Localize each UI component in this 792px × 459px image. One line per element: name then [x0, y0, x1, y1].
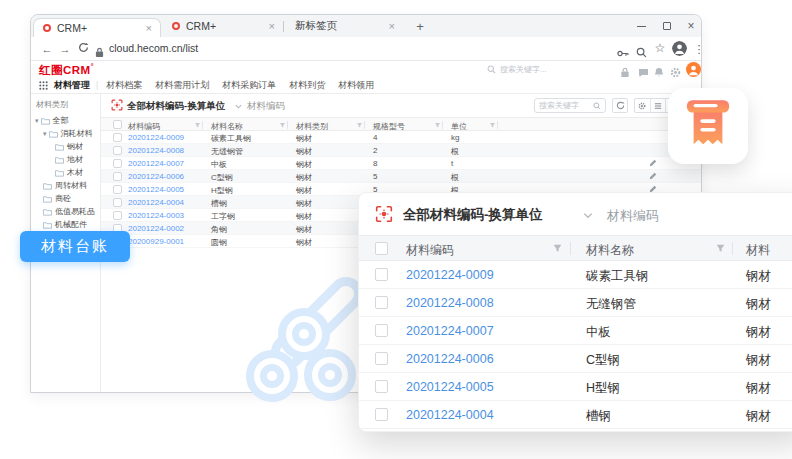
material-code-link[interactable]: 20201224-0003	[128, 211, 184, 220]
filter-funnel-icon[interactable]	[715, 243, 726, 254]
window-minimize-button[interactable]	[629, 15, 653, 37]
material-code-link[interactable]: 20201224-0002	[128, 224, 184, 233]
menu-item[interactable]: 材料档案	[106, 79, 142, 92]
table-row[interactable]: 20201224-0007中板钢材8t	[101, 157, 701, 170]
table-row[interactable]: 20201224-0004槽钢钢材	[359, 401, 792, 429]
tab-close-icon[interactable]: ×	[389, 20, 395, 32]
material-code-link[interactable]: 20201224-0009	[406, 268, 494, 282]
caret-down-icon[interactable]: ▾	[35, 117, 39, 125]
menu-item-active[interactable]: 材料管理	[54, 79, 90, 92]
material-code-link[interactable]: 20201224-0007	[406, 324, 494, 338]
tab-close-icon[interactable]: ×	[269, 20, 275, 32]
refresh-button[interactable]	[612, 98, 628, 113]
row-checkbox[interactable]	[113, 172, 122, 181]
material-code-link[interactable]: 20201224-0004	[406, 408, 494, 422]
window-maximize-button[interactable]	[655, 15, 679, 37]
table-row[interactable]: 20201224-0006C型钢钢材	[359, 345, 792, 373]
row-checkbox[interactable]	[113, 198, 122, 207]
browser-menu-icon[interactable]: ⋮	[691, 41, 707, 57]
view-field[interactable]: 材料编码	[607, 207, 659, 225]
gear-icon[interactable]	[670, 64, 681, 75]
tree-item[interactable]: 木材	[31, 166, 100, 179]
key-icon[interactable]	[617, 44, 629, 54]
select-all-checkbox[interactable]	[375, 242, 388, 255]
tree-item[interactable]: 商砼	[31, 192, 100, 205]
view-title[interactable]: 全部材料编码-换算单位	[127, 100, 225, 113]
row-checkbox[interactable]	[375, 380, 388, 393]
material-code-link[interactable]: 20201224-0006	[128, 172, 184, 181]
filter-funnel-icon[interactable]	[552, 243, 563, 254]
tree-item[interactable]: ▾消耗材料	[31, 127, 100, 140]
table-row[interactable]: 20201224-0008无缝钢管钢材	[359, 289, 792, 317]
table-row[interactable]: 20201224-0007中板钢材	[359, 317, 792, 345]
global-search[interactable]: 搜索关键字...	[487, 64, 547, 75]
filter-funnel-icon[interactable]	[279, 122, 286, 129]
row-checkbox[interactable]	[375, 324, 388, 337]
forward-icon[interactable]: →	[57, 41, 73, 57]
material-code-link[interactable]: 20201224-0007	[128, 159, 184, 168]
material-code-link[interactable]: 20201224-0008	[406, 296, 494, 310]
chevron-down-icon[interactable]	[235, 104, 242, 109]
tree-item[interactable]: 低值易耗品	[31, 205, 100, 218]
window-close-button[interactable]: ×	[679, 15, 703, 37]
material-code-link[interactable]: 20200929-0001	[128, 237, 184, 246]
bookmark-star-icon[interactable]: ☆	[652, 40, 668, 56]
row-checkbox[interactable]	[113, 146, 122, 155]
row-checkbox[interactable]	[113, 159, 122, 168]
bell-icon[interactable]	[654, 64, 665, 75]
menu-item[interactable]: 材料采购订单	[222, 79, 276, 92]
settings-button[interactable]	[635, 99, 651, 112]
tree-item[interactable]: 地材	[31, 153, 100, 166]
row-checkbox[interactable]	[113, 211, 122, 220]
filter-funnel-icon[interactable]	[356, 122, 363, 129]
columns-button[interactable]	[651, 99, 667, 112]
material-code-link[interactable]: 20201224-0005	[128, 185, 184, 194]
table-row[interactable]: 20201224-0008无缝钢管钢材2根	[101, 144, 701, 157]
zoom-icon[interactable]	[636, 44, 648, 54]
material-code-link[interactable]: 20201224-0004	[128, 198, 184, 207]
tab-close-icon[interactable]: ×	[146, 22, 152, 34]
filter-funnel-icon[interactable]	[194, 122, 201, 129]
table-row[interactable]: 20201224-0005H型钢钢材	[359, 373, 792, 401]
edit-pencil-icon[interactable]	[649, 172, 657, 180]
view-field[interactable]: 材料编码	[247, 100, 285, 113]
material-code-link[interactable]: 20201224-0005	[406, 380, 494, 394]
lock-icon[interactable]	[620, 64, 631, 75]
chevron-down-icon[interactable]	[583, 212, 593, 219]
caret-down-icon[interactable]: ▾	[43, 130, 47, 138]
table-search-input[interactable]: 搜索关键字	[534, 98, 606, 113]
select-all-checkbox[interactable]	[113, 120, 122, 129]
tab-crm-2[interactable]: CRM+ ×	[163, 15, 283, 37]
edit-pencil-icon[interactable]	[649, 159, 657, 167]
row-checkbox[interactable]	[113, 133, 122, 142]
new-tab-button[interactable]: +	[411, 18, 429, 36]
menu-item[interactable]: 材料到货	[289, 79, 325, 92]
tree-item[interactable]: 机械配件	[31, 218, 100, 231]
filter-funnel-icon[interactable]	[434, 122, 441, 129]
tab-new-page[interactable]: 新标签页 ×	[285, 15, 403, 37]
menu-item[interactable]: 材料需用计划	[155, 79, 209, 92]
view-title[interactable]: 全部材料编码-换算单位	[403, 206, 543, 224]
material-code-link[interactable]: 20201224-0008	[128, 146, 184, 155]
back-icon[interactable]: ←	[39, 41, 55, 57]
material-code-link[interactable]: 20201224-0006	[406, 352, 494, 366]
material-code-link[interactable]: 20201224-0009	[128, 133, 184, 142]
url-field[interactable]: cloud.hecom.cn/list	[109, 42, 198, 54]
apps-grid-icon[interactable]	[39, 81, 48, 90]
table-row[interactable]: 20201224-0006C型钢钢材5根	[101, 170, 701, 183]
table-row[interactable]: 20201224-0009碳素工具钢钢材4kg	[101, 131, 701, 144]
tab-crm-active[interactable]: CRM+ ×	[33, 18, 161, 37]
filter-funnel-icon[interactable]	[489, 122, 496, 129]
row-checkbox[interactable]	[375, 296, 388, 309]
row-checkbox[interactable]	[375, 408, 388, 421]
tree-item[interactable]: 周转材料	[31, 179, 100, 192]
row-checkbox[interactable]	[113, 185, 122, 194]
row-checkbox[interactable]	[375, 268, 388, 281]
profile-avatar[interactable]	[672, 41, 687, 56]
user-avatar[interactable]	[686, 62, 701, 77]
tree-item[interactable]: ▾全部	[31, 114, 100, 127]
tree-item[interactable]: 钢材	[31, 140, 100, 153]
row-checkbox[interactable]	[375, 352, 388, 365]
menu-item[interactable]: 材料领用	[338, 79, 374, 92]
reload-icon[interactable]	[75, 41, 91, 57]
